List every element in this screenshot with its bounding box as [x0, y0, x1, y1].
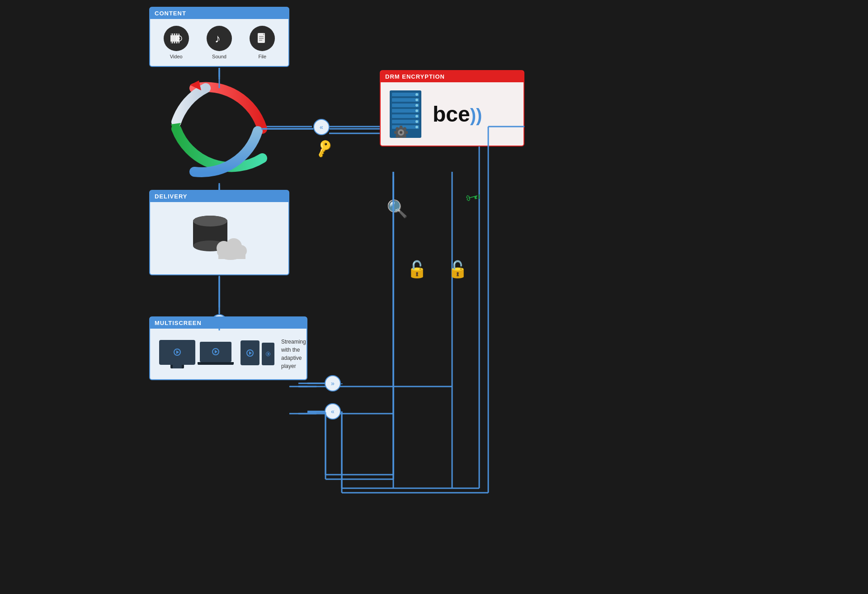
multiscreen-description: Streamingwith theadaptiveplayer	[281, 338, 306, 370]
content-icons-row: Video ♪ Sound	[150, 19, 288, 66]
sound-icon: ♪	[207, 26, 232, 51]
svg-text:♪: ♪	[215, 32, 221, 45]
sound-label: Sound	[212, 54, 226, 59]
content-box: CONTENT	[149, 7, 289, 67]
video-icon	[164, 26, 189, 51]
arrow-left-circle-2[interactable]: «	[325, 403, 341, 420]
svg-marker-13	[190, 80, 201, 90]
svg-rect-82	[400, 137, 402, 138]
svg-point-64	[415, 99, 418, 101]
tv-device	[159, 340, 195, 365]
svg-point-62	[415, 93, 418, 96]
content-icon-file: File	[250, 26, 275, 59]
svg-point-53	[193, 216, 227, 226]
svg-point-77	[400, 131, 402, 134]
svg-point-72	[415, 120, 418, 123]
content-icon-sound: ♪ Sound	[207, 26, 232, 59]
drm-box: DRM ENCRYPTION	[380, 70, 524, 146]
red-key-icon: 🔑	[313, 138, 335, 159]
server-rack-icon	[387, 88, 426, 138]
delivery-icon	[183, 211, 255, 265]
phone-device	[262, 343, 274, 365]
diagram-container: CONTENT	[0, 0, 868, 594]
svg-rect-40	[175, 42, 176, 43]
laptop-device	[200, 342, 231, 362]
content-header: CONTENT	[150, 8, 288, 19]
video-label: Video	[170, 54, 183, 59]
svg-rect-34	[170, 33, 172, 35]
green-key-icon: 🗝	[464, 189, 480, 206]
svg-rect-63	[392, 98, 419, 102]
svg-rect-69	[392, 114, 419, 118]
drm-content: bce))	[381, 82, 524, 146]
svg-marker-14	[171, 123, 181, 133]
multiscreen-header: MULTISCREEN	[150, 317, 307, 329]
svg-point-70	[415, 115, 418, 118]
svg-rect-41	[177, 42, 179, 43]
svg-rect-84	[394, 131, 397, 134]
svg-rect-80	[405, 131, 408, 134]
content-icon-video: Video	[164, 26, 189, 59]
arrow-left-circle-1[interactable]: «	[313, 119, 330, 135]
drm-header: DRM ENCRYPTION	[381, 71, 524, 82]
svg-rect-38	[170, 42, 172, 43]
svg-rect-35	[173, 33, 174, 35]
svg-rect-37	[177, 33, 179, 35]
arrow-right-circle[interactable]: »	[325, 375, 341, 391]
green-lock-icon: 🔓	[448, 260, 468, 279]
bce-logo: bce))	[433, 102, 482, 127]
svg-point-74	[415, 126, 418, 128]
svg-rect-61	[392, 93, 419, 96]
red-lock-icon: 🔓	[407, 260, 427, 279]
svg-rect-58	[218, 251, 245, 259]
svg-rect-71	[392, 120, 419, 123]
multiscreen-content: Streamingwith theadaptiveplayer	[150, 329, 307, 379]
svg-point-66	[415, 104, 418, 107]
svg-rect-78	[400, 126, 402, 128]
svg-rect-39	[173, 42, 174, 43]
tablet-device	[241, 340, 259, 365]
svg-rect-67	[392, 109, 419, 113]
svg-rect-65	[392, 104, 419, 107]
svg-rect-36	[175, 33, 176, 35]
svg-point-68	[415, 109, 418, 112]
file-icon	[250, 26, 275, 51]
delivery-box: DELIVERY	[149, 190, 289, 275]
delivery-header: DELIVERY	[150, 191, 288, 202]
magnify-icon: 🔍	[387, 199, 408, 219]
multiscreen-box: MULTISCREEN	[149, 316, 307, 380]
file-label: File	[258, 54, 266, 59]
devices-group	[159, 340, 234, 368]
delivery-content	[150, 202, 288, 274]
